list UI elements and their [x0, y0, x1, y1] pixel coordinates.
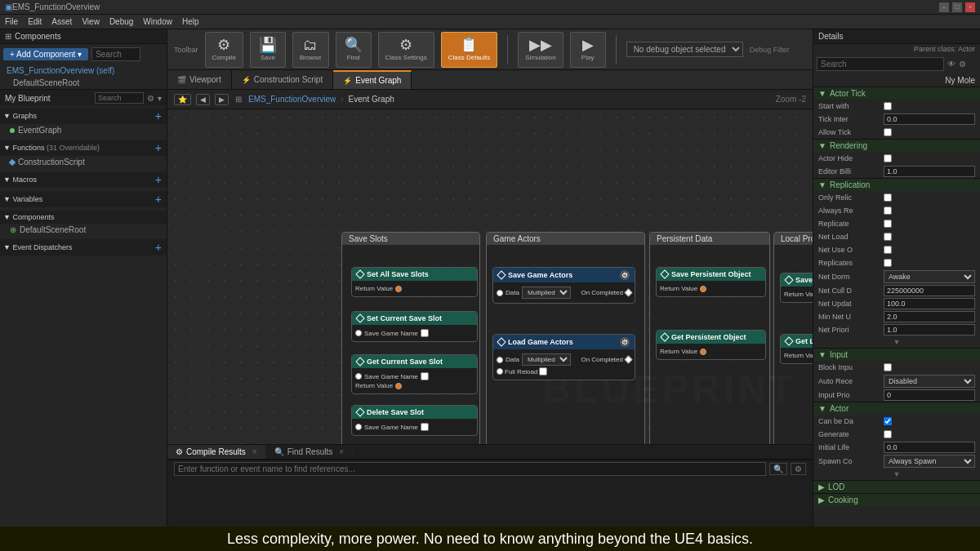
generate-check[interactable]: [884, 430, 892, 438]
event-dispatchers-header[interactable]: ▼ Event Dispatchers+: [0, 239, 167, 256]
node-save-persistent-object[interactable]: Save Persistent Object Return Value: [656, 267, 766, 297]
actor-tick-header[interactable]: ▼ Actor Tick: [813, 87, 980, 100]
macros-header[interactable]: ▼ Macros+: [0, 171, 167, 188]
node-get-current-save-slot[interactable]: Get Current Save Slot Save Game Name Ret…: [351, 354, 478, 394]
nav-forward-button[interactable]: ▶: [215, 94, 229, 105]
functions-header[interactable]: ▼ Functions (31 Overridable)+: [0, 140, 167, 156]
node-set-all-save-slots[interactable]: Set All Save Slots Return Value: [351, 267, 478, 297]
maximize-button[interactable]: □: [952, 2, 962, 12]
pin-check[interactable]: [421, 372, 429, 380]
compile-results-close[interactable]: ×: [252, 447, 257, 456]
breadcrumb-root[interactable]: EMS_FunctionOverview: [248, 95, 336, 104]
my-blueprint-search[interactable]: [95, 92, 144, 104]
class-defaults-button[interactable]: 📋 Class Defaults: [441, 32, 498, 68]
net-dorm-select[interactable]: Awake: [884, 270, 975, 283]
data-select[interactable]: Multiplied: [522, 287, 571, 299]
replicate-check[interactable]: [884, 220, 892, 228]
tab-viewport[interactable]: 🎬 Viewport: [167, 70, 232, 89]
expand-icon[interactable]: ▼: [893, 338, 901, 346]
input-priority-input[interactable]: [884, 389, 975, 401]
node-get-local-profile[interactable]: Get LocalProfile Return Value: [780, 334, 813, 364]
save-button[interactable]: 💾 Save: [250, 32, 286, 68]
node-set-current-save-slot[interactable]: Set Current Save Slot Save Game Name: [351, 311, 478, 342]
find-results-tab[interactable]: 🔍 Find Results ×: [266, 445, 353, 459]
add-macro-button[interactable]: +: [155, 174, 162, 185]
event-graph-item[interactable]: EventGraph: [0, 124, 167, 136]
components-sub-header[interactable]: ▼ Components: [0, 211, 167, 224]
graphs-header[interactable]: ▼ Graphs+: [0, 108, 167, 124]
compile-button[interactable]: ⚙ Compile: [205, 32, 243, 68]
close-button[interactable]: ×: [965, 2, 975, 12]
input-header[interactable]: ▼ Input: [813, 349, 980, 361]
expand-actor-icon[interactable]: ▼: [893, 470, 901, 478]
default-scene-root-item[interactable]: ⊕ DefaultSceneRoot: [0, 224, 167, 236]
net-update-input[interactable]: [884, 298, 975, 309]
options-icon-button[interactable]: ⚙: [791, 463, 806, 475]
add-function-button[interactable]: +: [155, 142, 162, 153]
net-cull-input[interactable]: [884, 285, 975, 296]
variables-header[interactable]: ▼ Variables+: [0, 191, 167, 207]
menu-view[interactable]: View: [82, 17, 100, 26]
find-button[interactable]: 🔍 Find: [336, 32, 372, 68]
menu-file[interactable]: File: [5, 17, 18, 26]
construction-script-item[interactable]: ConstructionScript: [0, 156, 167, 168]
spawn-col-select[interactable]: Always Spawn: [884, 455, 975, 468]
add-variable-button[interactable]: +: [155, 193, 162, 205]
class-settings-button[interactable]: ⚙ Class Settings: [378, 32, 434, 68]
component-search-input[interactable]: [91, 47, 140, 61]
my-blueprint-options-icon[interactable]: ▾: [158, 94, 162, 103]
initial-life-input[interactable]: [884, 442, 975, 453]
node-get-persistent-object[interactable]: Get Persistent Object Return Value: [656, 330, 766, 360]
node-save-local-profile[interactable]: Save Local Profile Return Value: [780, 273, 813, 303]
minimize-button[interactable]: –: [939, 2, 949, 12]
graph-canvas[interactable]: BLUEPRINT Save Slots Game Actors Persist…: [167, 109, 813, 444]
tick-interval-input[interactable]: [884, 113, 975, 125]
net-use-o-check[interactable]: [884, 246, 892, 254]
tab-construction-script[interactable]: ⚡ Construction Script: [232, 70, 333, 89]
can-be-da-check[interactable]: [884, 417, 892, 425]
self-item[interactable]: EMS_FunctionOverview (self): [0, 64, 167, 77]
start-with-checkbox[interactable]: [884, 102, 892, 110]
simulation-button[interactable]: ▶▶ Simulation: [518, 32, 563, 68]
editor-bills-input[interactable]: [884, 166, 975, 177]
compile-results-tab[interactable]: ⚙ Compile Results ×: [167, 445, 266, 459]
my-blueprint-settings-icon[interactable]: ⚙: [147, 94, 154, 103]
net-load-check[interactable]: [884, 233, 892, 241]
menu-window[interactable]: Window: [143, 17, 172, 26]
cooking-header[interactable]: ▶ Cooking: [813, 494, 980, 506]
lod-header[interactable]: ▶ LOD: [813, 481, 980, 493]
play-button[interactable]: ▶ Play: [570, 32, 606, 68]
block-input-check[interactable]: [884, 363, 892, 371]
menu-asset[interactable]: Asset: [51, 17, 72, 26]
rendering-header[interactable]: ▼ Rendering: [813, 140, 980, 152]
replicates-check[interactable]: [884, 259, 892, 267]
find-results-close[interactable]: ×: [339, 447, 344, 456]
node-delete-save-slot[interactable]: Delete Save Slot Save Game Name: [351, 405, 478, 436]
add-component-button[interactable]: + Add Component ▾: [3, 48, 88, 60]
tab-event-graph[interactable]: ⚡ Event Graph: [333, 70, 412, 89]
filter-icon[interactable]: ⚙: [959, 60, 966, 69]
allow-tick-checkbox[interactable]: [884, 128, 892, 136]
always-re-check[interactable]: [884, 207, 892, 215]
eye-icon[interactable]: 👁: [947, 60, 956, 69]
data-select[interactable]: Multiplied: [522, 353, 571, 366]
search-icon-button[interactable]: 🔍: [769, 463, 787, 475]
only-relic-check[interactable]: [884, 193, 892, 202]
node-save-game-actors[interactable]: Save Game Actors ⏱ Data Multiplied On Co…: [492, 267, 635, 304]
default-scene-root[interactable]: DefaultSceneRoot: [0, 77, 167, 89]
menu-help[interactable]: Help: [182, 17, 199, 26]
actor-hide-checkbox[interactable]: [884, 154, 892, 162]
menu-debug[interactable]: Debug: [109, 17, 133, 26]
find-references-input[interactable]: [174, 462, 766, 476]
add-dispatcher-button[interactable]: +: [155, 242, 162, 253]
back-button[interactable]: ⭐: [174, 94, 191, 105]
pin-check[interactable]: [421, 423, 429, 431]
menu-edit[interactable]: Edit: [28, 17, 42, 26]
add-graph-button[interactable]: +: [155, 110, 162, 122]
node-load-game-actors[interactable]: Load Game Actors ⏱ Data Multiplied On Co…: [492, 334, 635, 380]
debug-object-select[interactable]: No debug object selected: [626, 42, 743, 57]
save-game-name-check[interactable]: [421, 329, 429, 337]
browse-button[interactable]: 🗂 Browse: [292, 32, 329, 68]
min-net-u-input[interactable]: [884, 311, 975, 322]
nav-back-button[interactable]: ◀: [196, 94, 210, 105]
